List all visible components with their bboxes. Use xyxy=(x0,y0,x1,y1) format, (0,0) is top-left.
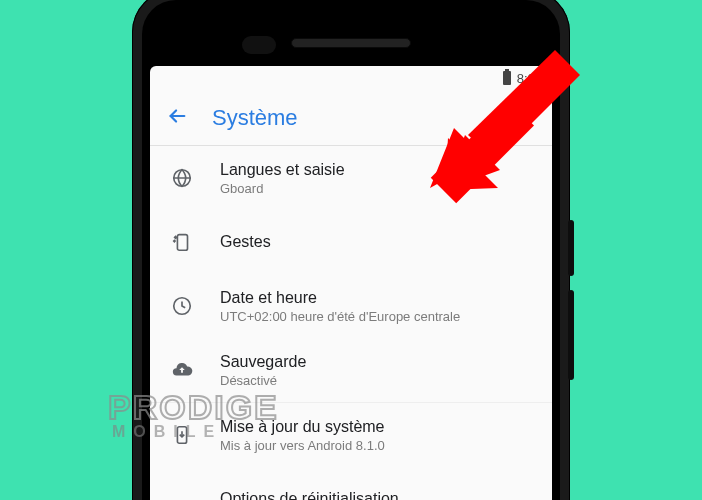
settings-item-subtitle: Désactivé xyxy=(220,373,306,388)
settings-item-subtitle: Mis à jour vers Android 8.1.0 xyxy=(220,438,385,453)
settings-item-gestures[interactable]: Gestes xyxy=(150,210,552,274)
settings-item-title: Mise à jour du système xyxy=(220,418,385,436)
battery-icon xyxy=(503,71,511,85)
system-update-icon xyxy=(170,423,194,447)
settings-item-subtitle: Gboard xyxy=(220,181,345,196)
arrow-left-icon xyxy=(166,105,188,127)
app-bar: Système xyxy=(150,90,552,146)
clock-icon xyxy=(170,294,194,318)
screen: 8:00 Système Langues et saisie Gboard xyxy=(150,66,552,500)
svg-rect-2 xyxy=(177,235,187,251)
globe-icon xyxy=(170,166,194,190)
settings-item-languages[interactable]: Langues et saisie Gboard xyxy=(150,146,552,210)
phone-frame: 8:00 Système Langues et saisie Gboard xyxy=(132,0,570,500)
settings-item-datetime[interactable]: Date et heure UTC+02:00 heure d'été d'Eu… xyxy=(150,274,552,338)
status-bar: 8:00 xyxy=(150,66,552,90)
settings-item-system-update[interactable]: Mise à jour du système Mis à jour vers A… xyxy=(150,403,552,467)
reset-icon xyxy=(170,487,194,500)
settings-item-reset[interactable]: Options de réinitialisation xyxy=(150,467,552,500)
settings-list: Langues et saisie Gboard Gestes xyxy=(150,146,552,500)
phone-bezel: 8:00 Système Langues et saisie Gboard xyxy=(142,0,560,500)
settings-item-title: Gestes xyxy=(220,233,271,251)
settings-item-backup[interactable]: Sauvegarde Désactivé xyxy=(150,338,552,402)
status-time: 8:00 xyxy=(517,71,542,86)
page-title: Système xyxy=(212,105,298,131)
side-button xyxy=(568,290,574,380)
settings-item-subtitle: UTC+02:00 heure d'été d'Europe centrale xyxy=(220,309,460,324)
sparkle-phone-icon xyxy=(170,230,194,254)
settings-item-title: Options de réinitialisation xyxy=(220,490,399,500)
settings-item-title: Date et heure xyxy=(220,289,460,307)
side-button xyxy=(568,220,574,276)
settings-item-title: Langues et saisie xyxy=(220,161,345,179)
settings-item-title: Sauvegarde xyxy=(220,353,306,371)
cloud-upload-icon xyxy=(170,358,194,382)
sensor xyxy=(242,36,276,54)
back-button[interactable] xyxy=(166,105,188,131)
phone-top xyxy=(142,0,560,66)
speaker xyxy=(291,38,411,48)
